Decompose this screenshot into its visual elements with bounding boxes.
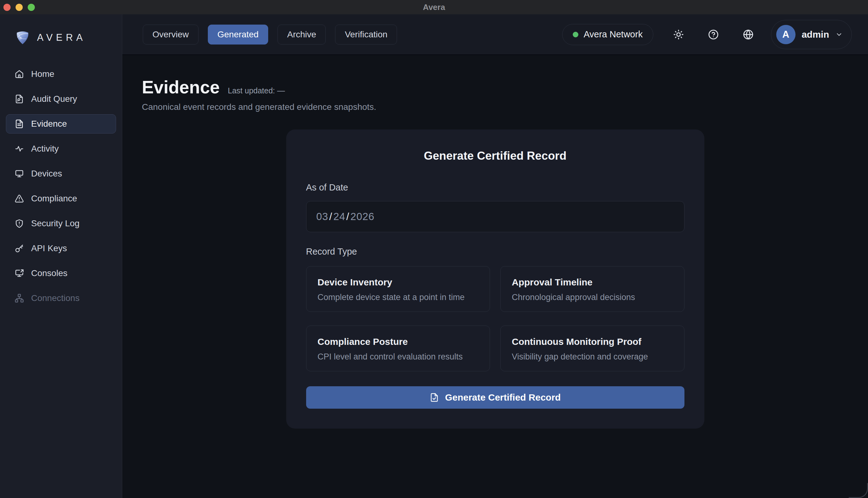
globe-icon xyxy=(743,29,753,40)
activity-icon xyxy=(15,144,24,154)
sidebar-item-label: Home xyxy=(31,69,54,79)
shield-alert-icon xyxy=(15,219,24,228)
monitor-icon xyxy=(15,169,24,178)
file-check-icon xyxy=(430,393,439,402)
sidebar-item-api-keys[interactable]: API Keys xyxy=(6,239,116,258)
page-subtitle: Canonical event records and generated ev… xyxy=(142,102,868,112)
date-separator: / xyxy=(345,211,350,223)
language-button[interactable] xyxy=(743,29,753,40)
record-type-options: Device Inventory Complete device state a… xyxy=(306,266,684,371)
sidebar-item-connections[interactable]: Connections xyxy=(6,289,116,308)
sidebar-item-label: Connections xyxy=(31,293,80,303)
sidebar-item-label: Audit Query xyxy=(31,94,77,104)
file-text-icon xyxy=(15,119,24,129)
record-type-approval-timeline[interactable]: Approval Timeline Chronological approval… xyxy=(500,266,684,312)
sidebar-nav: Home Audit Query Evidence Activity Devic… xyxy=(0,64,122,308)
chevron-down-icon xyxy=(835,31,843,38)
generate-button-label: Generate Certified Record xyxy=(445,392,561,403)
sidebar-item-label: API Keys xyxy=(31,244,67,253)
main-content: Evidence Last updated: — Canonical event… xyxy=(122,55,868,498)
network-name: Avera Network xyxy=(584,29,643,40)
sidebar-item-evidence[interactable]: Evidence xyxy=(6,114,116,133)
option-description: Visibility gap detection and coverage xyxy=(512,352,673,362)
sidebar: AVERA Home Audit Query Evidence Activity xyxy=(0,14,122,498)
sidebar-item-label: Compliance xyxy=(31,194,77,204)
theme-toggle-button[interactable] xyxy=(673,29,684,40)
option-description: Chronological approval decisions xyxy=(512,292,673,302)
tab-archive[interactable]: Archive xyxy=(278,25,326,44)
generate-certified-record-button[interactable]: Generate Certified Record xyxy=(306,386,684,409)
home-icon xyxy=(15,69,24,79)
sidebar-item-label: Consoles xyxy=(31,268,67,278)
file-search-icon xyxy=(15,94,24,104)
sidebar-item-devices[interactable]: Devices xyxy=(6,164,116,183)
sun-icon xyxy=(673,29,684,40)
sidebar-item-consoles[interactable]: Consoles xyxy=(6,264,116,283)
sidebar-item-compliance[interactable]: Compliance xyxy=(6,189,116,208)
network-selector[interactable]: Avera Network xyxy=(562,24,653,45)
date-year[interactable]: 2026 xyxy=(350,211,374,223)
brand-name: AVERA xyxy=(37,32,86,43)
tab-generated[interactable]: Generated xyxy=(208,25,268,44)
record-type-compliance-posture[interactable]: Compliance Posture CPI level and control… xyxy=(306,326,490,371)
date-day[interactable]: 24 xyxy=(333,211,345,223)
app-shell: AVERA Home Audit Query Evidence Activity xyxy=(0,14,868,498)
help-button[interactable] xyxy=(708,29,719,40)
card-title: Generate Certified Record xyxy=(306,149,684,162)
user-name: admin xyxy=(802,29,829,40)
as-of-date-input[interactable]: 03 / 24 / 2026 xyxy=(306,201,684,232)
sidebar-item-security-log[interactable]: Security Log xyxy=(6,214,116,233)
sidebar-item-label: Evidence xyxy=(31,119,67,129)
last-updated-text: Last updated: — xyxy=(228,86,285,95)
generate-record-card: Generate Certified Record As of Date 03 … xyxy=(286,130,704,429)
option-description: Complete device state at a point in time xyxy=(318,292,479,302)
key-icon xyxy=(15,244,24,253)
user-menu[interactable]: A admin xyxy=(771,20,852,49)
network-icon xyxy=(15,293,24,303)
record-type-device-inventory[interactable]: Device Inventory Complete device state a… xyxy=(306,266,490,312)
status-dot xyxy=(573,32,578,37)
section-tabs: Overview Generated Archive Verification xyxy=(143,25,397,44)
sidebar-item-activity[interactable]: Activity xyxy=(6,139,116,158)
help-circle-icon xyxy=(708,29,719,40)
topbar: Overview Generated Archive Verification … xyxy=(122,14,868,55)
alert-triangle-icon xyxy=(15,194,24,203)
sidebar-item-home[interactable]: Home xyxy=(6,64,116,84)
record-type-label: Record Type xyxy=(306,247,684,257)
page-title: Evidence xyxy=(142,78,219,97)
brand-logo: AVERA xyxy=(16,30,122,45)
page-header: Evidence Last updated: — Canonical event… xyxy=(142,78,868,112)
record-type-continuous-monitoring-proof[interactable]: Continuous Monitoring Proof Visibility g… xyxy=(500,326,684,371)
window-title: Avera xyxy=(0,0,868,14)
sidebar-item-label: Activity xyxy=(31,144,59,154)
topbar-right: Avera Network A admin xyxy=(562,20,852,49)
option-title: Device Inventory xyxy=(318,277,479,288)
shield-logo-icon xyxy=(16,30,29,45)
option-title: Continuous Monitoring Proof xyxy=(512,337,673,347)
sidebar-item-label: Devices xyxy=(31,169,62,179)
sidebar-item-audit-query[interactable]: Audit Query xyxy=(6,89,116,109)
titlebar: Avera xyxy=(0,0,868,14)
option-title: Approval Timeline xyxy=(512,277,673,288)
date-separator: / xyxy=(328,211,333,223)
avatar: A xyxy=(776,25,796,44)
sidebar-item-label: Security Log xyxy=(31,219,80,228)
tab-overview[interactable]: Overview xyxy=(143,25,199,44)
option-title: Compliance Posture xyxy=(318,337,479,347)
option-description: CPI level and control evaluation results xyxy=(318,352,479,362)
as-of-date-label: As of Date xyxy=(306,182,684,193)
tab-verification[interactable]: Verification xyxy=(335,25,397,44)
date-month[interactable]: 03 xyxy=(317,211,329,223)
screen-share-icon xyxy=(15,268,24,278)
